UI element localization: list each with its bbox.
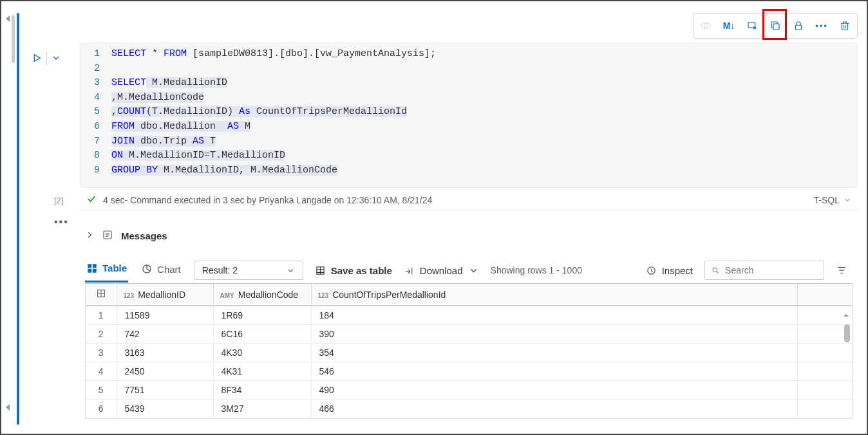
column-type-badge: AMY bbox=[220, 292, 234, 299]
cell-execution-count: [2] bbox=[54, 196, 63, 205]
table-scrollbar-thumb[interactable] bbox=[844, 324, 850, 342]
column-name: CountOfTripsPerMedallionId bbox=[332, 290, 446, 300]
save-as-table-button[interactable]: Save as table bbox=[315, 265, 392, 276]
column-type-badge: 123 bbox=[318, 292, 329, 299]
svg-point-14 bbox=[713, 268, 717, 272]
table-row[interactable]: 654393M27466 bbox=[86, 400, 852, 418]
column-type-badge: 123 bbox=[124, 292, 135, 299]
search-input[interactable] bbox=[725, 265, 817, 275]
cell-filler bbox=[798, 400, 852, 418]
lock-button[interactable] bbox=[788, 15, 809, 37]
cell[interactable]: 184 bbox=[311, 306, 798, 325]
markdown-button[interactable]: M↓ bbox=[718, 15, 740, 37]
cell[interactable]: 1R69 bbox=[213, 306, 311, 325]
cell[interactable]: 7751 bbox=[117, 381, 213, 400]
code-line[interactable]: 2 bbox=[80, 62, 857, 77]
table-scroll-up-icon[interactable] bbox=[842, 311, 850, 321]
line-number: 5 bbox=[80, 105, 111, 120]
column-header[interactable]: AMYMedallionCode bbox=[213, 284, 311, 306]
execution-status-bar: 4 sec - Command executed in 3 sec by Pri… bbox=[80, 190, 858, 210]
execution-duration: 4 sec bbox=[103, 195, 124, 205]
line-number: 9 bbox=[80, 163, 111, 178]
cell[interactable]: 390 bbox=[311, 325, 798, 344]
cell[interactable]: 2450 bbox=[117, 362, 213, 381]
line-content: ON M.MedallionID=T.MedallionID bbox=[111, 149, 285, 163]
table-row[interactable]: 424504K31546 bbox=[86, 362, 852, 381]
cell[interactable]: 11589 bbox=[117, 306, 213, 325]
cell[interactable]: 354 bbox=[311, 344, 798, 362]
code-line[interactable]: 4,M.MedallionCode bbox=[80, 91, 857, 106]
copilot-button[interactable] bbox=[695, 15, 717, 37]
line-content: SELECT M.MedallionID bbox=[111, 76, 227, 91]
download-label: Download bbox=[420, 265, 463, 276]
line-number: 6 bbox=[80, 120, 111, 134]
cell[interactable]: 4K30 bbox=[213, 344, 311, 362]
column-header[interactable]: 123MedallionID bbox=[117, 284, 213, 306]
tab-chart[interactable]: Chart bbox=[140, 259, 182, 282]
tab-table-label: Table bbox=[102, 263, 127, 273]
column-name: MedallionID bbox=[138, 290, 185, 300]
cell[interactable]: 5439 bbox=[117, 400, 213, 418]
line-number: 3 bbox=[80, 76, 111, 91]
result-selector-label: Result: 2 bbox=[202, 265, 238, 275]
cell[interactable]: 742 bbox=[117, 325, 213, 344]
code-line[interactable]: 7JOIN dbo.Trip AS T bbox=[80, 134, 857, 149]
cell[interactable]: 466 bbox=[311, 400, 798, 418]
cell-selection-indicator bbox=[17, 13, 19, 425]
cell-more-icon[interactable]: ••• bbox=[54, 216, 69, 228]
more-actions-button[interactable]: ••• bbox=[811, 15, 833, 37]
column-header[interactable]: 123CountOfTripsPerMedallionId bbox=[311, 284, 798, 306]
cell[interactable]: 6C16 bbox=[213, 325, 311, 344]
filter-button[interactable] bbox=[836, 264, 847, 276]
gutter-collapse-top-icon[interactable] bbox=[6, 15, 10, 22]
merge-cell-button[interactable] bbox=[764, 15, 786, 37]
grid-icon bbox=[96, 290, 106, 301]
line-number: 7 bbox=[80, 134, 111, 149]
cell[interactable]: 490 bbox=[311, 381, 798, 400]
scrollbar-thumb[interactable] bbox=[12, 15, 15, 63]
svg-rect-7 bbox=[88, 264, 91, 268]
code-line[interactable]: 6FROM dbo.Medallion AS M bbox=[80, 120, 857, 134]
execution-message: - Command executed in 3 sec by Priyanka … bbox=[124, 195, 432, 205]
run-options-button[interactable] bbox=[51, 53, 61, 65]
rows-showing-text: Showing rows 1 - 1000 bbox=[491, 265, 582, 275]
inspect-label: Inspect bbox=[662, 265, 693, 276]
cell-filler bbox=[798, 381, 852, 400]
code-line[interactable]: 9GROUP BY M.MedallionID, M.MedallionCode bbox=[80, 163, 857, 178]
result-selector[interactable]: Result: 2 bbox=[194, 261, 303, 280]
language-selector[interactable]: T-SQL bbox=[814, 195, 851, 205]
code-line[interactable]: 1SELECT * FROM [sampleDW0813].[dbo].[vw_… bbox=[80, 47, 857, 62]
cell[interactable]: 3M27 bbox=[213, 400, 311, 418]
line-number: 4 bbox=[80, 91, 111, 106]
table-row[interactable]: 27426C16390 bbox=[86, 325, 852, 344]
cell[interactable]: 8F34 bbox=[213, 381, 311, 400]
cell[interactable]: 546 bbox=[311, 362, 798, 381]
line-content: GROUP BY M.MedallionID, M.MedallionCode bbox=[111, 163, 337, 178]
results-table: 123MedallionIDAMYMedallionCode123CountOf… bbox=[85, 283, 853, 419]
inspect-button[interactable]: Inspect bbox=[646, 265, 693, 276]
table-row[interactable]: 1115891R69184 bbox=[86, 306, 852, 325]
row-header-column[interactable] bbox=[86, 284, 117, 306]
column-header-filler bbox=[798, 284, 852, 306]
table-row[interactable]: 331634K30354 bbox=[86, 344, 852, 362]
svg-rect-4 bbox=[773, 24, 779, 30]
clear-output-button[interactable] bbox=[741, 15, 763, 37]
svg-rect-8 bbox=[93, 264, 97, 268]
table-row[interactable]: 577518F34490 bbox=[86, 381, 852, 400]
code-line[interactable]: 5,COUNT(T.MedallionID) As CountOfTripsPe… bbox=[80, 105, 857, 120]
cell[interactable]: 4K31 bbox=[213, 362, 311, 381]
gutter-collapse-bottom-icon[interactable] bbox=[6, 404, 10, 411]
save-as-table-label: Save as table bbox=[331, 265, 392, 276]
code-line[interactable]: 8ON M.MedallionID=T.MedallionID bbox=[80, 149, 857, 163]
cell[interactable]: 3163 bbox=[117, 344, 213, 362]
results-toolbar: Table Chart Result: 2 Save as table Down… bbox=[85, 257, 847, 283]
messages-section-header[interactable]: Messages bbox=[85, 229, 167, 243]
code-line[interactable]: 3SELECT M.MedallionID bbox=[80, 76, 857, 91]
download-button[interactable]: Download bbox=[404, 265, 479, 276]
run-cell-button[interactable] bbox=[31, 52, 42, 66]
row-number: 5 bbox=[86, 381, 117, 400]
tab-table[interactable]: Table bbox=[85, 259, 128, 282]
row-number: 3 bbox=[86, 344, 117, 362]
code-editor[interactable]: 1SELECT * FROM [sampleDW0813].[dbo].[vw_… bbox=[80, 42, 858, 188]
delete-cell-button[interactable] bbox=[834, 15, 856, 37]
